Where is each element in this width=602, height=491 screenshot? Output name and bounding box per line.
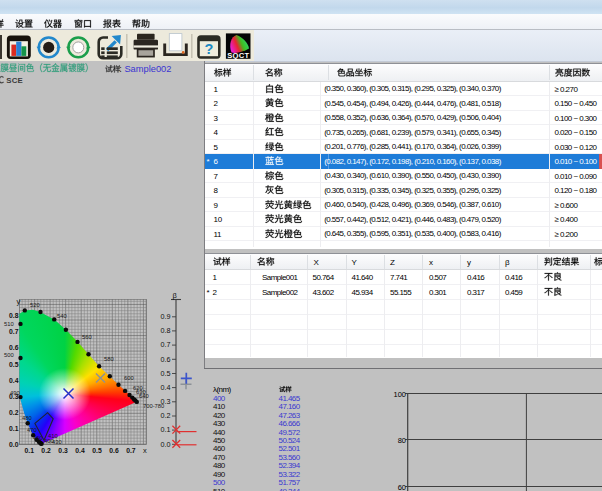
svg-text:0.1: 0.1	[24, 447, 34, 454]
svg-text:0.7: 0.7	[161, 340, 171, 349]
svg-text:100: 100	[393, 390, 406, 399]
svg-text:540: 540	[57, 313, 67, 319]
svg-text:60: 60	[398, 483, 406, 491]
svg-text:0.2: 0.2	[41, 447, 51, 454]
svg-text:0.5: 0.5	[9, 361, 19, 368]
svg-text:510: 510	[4, 321, 14, 327]
svg-text:520: 520	[30, 302, 40, 308]
svg-text:0.6: 0.6	[9, 344, 19, 351]
svg-text:0.1: 0.1	[9, 425, 19, 432]
svg-text:0.2: 0.2	[9, 409, 19, 416]
svg-text:0.9: 0.9	[161, 312, 171, 321]
svg-text:β: β	[173, 291, 178, 300]
svg-text:0.3: 0.3	[58, 447, 68, 454]
svg-text:0.4: 0.4	[75, 447, 85, 454]
svg-text:0.3: 0.3	[161, 397, 171, 406]
svg-text:0.4: 0.4	[161, 383, 171, 392]
svg-text:0.4: 0.4	[9, 377, 19, 384]
svg-text:x: x	[143, 446, 147, 455]
svg-text:480: 480	[22, 415, 32, 421]
svg-text:410: 410	[48, 433, 58, 439]
svg-text:0.0: 0.0	[161, 440, 171, 449]
svg-text:560: 560	[82, 334, 92, 340]
svg-text:0.7: 0.7	[126, 447, 136, 454]
svg-text:y: y	[17, 297, 21, 306]
svg-text:0.6: 0.6	[109, 447, 119, 454]
svg-text:0.6: 0.6	[161, 355, 171, 364]
svg-text:SQCT: SQCT	[227, 51, 249, 60]
svg-text:0.5: 0.5	[161, 369, 171, 378]
svg-text:?: ?	[204, 41, 213, 57]
svg-text:500: 500	[4, 352, 14, 358]
svg-text:0.1: 0.1	[161, 425, 171, 434]
svg-text:470: 470	[27, 427, 37, 433]
svg-text:0.0: 0.0	[9, 441, 19, 448]
svg-text:0.8: 0.8	[161, 326, 171, 335]
svg-text:600: 600	[124, 375, 134, 381]
svg-text:0.5: 0.5	[92, 447, 102, 454]
svg-text:0.7: 0.7	[9, 328, 19, 335]
svg-text:580: 580	[104, 356, 114, 362]
svg-text:0.8: 0.8	[9, 312, 19, 319]
svg-text:0.2: 0.2	[161, 411, 171, 420]
svg-text:640: 640	[139, 393, 149, 399]
svg-text:490: 490	[10, 390, 20, 396]
svg-text:430: 430	[52, 439, 62, 445]
svg-text:80: 80	[398, 436, 406, 445]
